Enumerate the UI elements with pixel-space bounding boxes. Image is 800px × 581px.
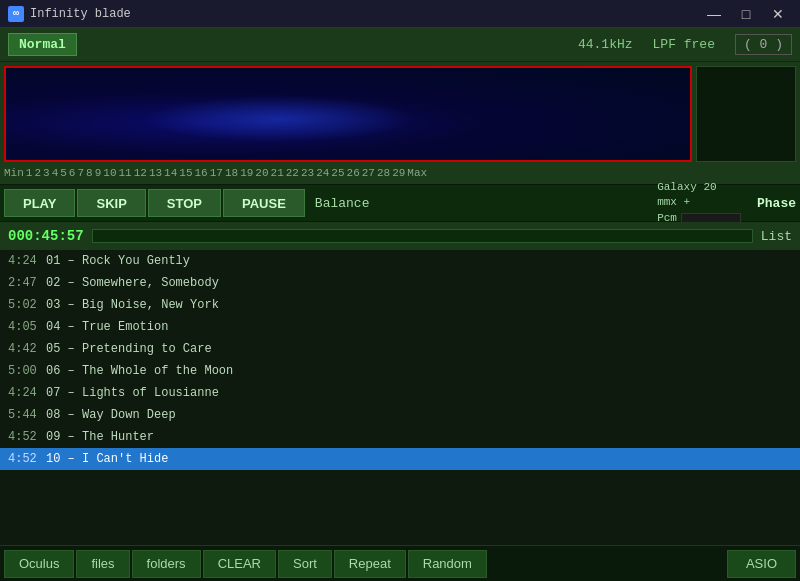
list-item[interactable]: 4:4205 – Pretending to Care [0, 338, 800, 360]
close-button[interactable]: ✕ [764, 4, 792, 24]
track-duration: 4:24 [8, 254, 40, 268]
scale-label: 1 [26, 167, 33, 179]
mode-badge[interactable]: Normal [8, 33, 77, 56]
visualizer-row [0, 62, 800, 162]
phase-label[interactable]: Phase [757, 196, 796, 211]
right-controls: Galaxy 20 mmx + Pcm Phase [657, 180, 796, 226]
progress-bar[interactable] [92, 229, 753, 243]
bottom-bar: Oculus files folders CLEAR Sort Repeat R… [0, 545, 800, 581]
maximize-button[interactable]: □ [732, 4, 760, 24]
controls-row: PLAY SKIP STOP PAUSE Balance Galaxy 20 m… [0, 184, 800, 222]
list-item[interactable]: 5:0203 – Big Noise, New York [0, 294, 800, 316]
track-duration: 5:44 [8, 408, 40, 422]
scale-label: 29 [392, 167, 405, 179]
scale-label: 2 [34, 167, 41, 179]
list-item[interactable]: 5:0006 – The Whole of the Moon [0, 360, 800, 382]
scale-label: 10 [103, 167, 116, 179]
repeat-button[interactable]: Repeat [334, 550, 406, 578]
track-title: 05 – Pretending to Care [46, 342, 212, 356]
scale-label: 26 [347, 167, 360, 179]
track-duration: 4:52 [8, 452, 40, 466]
scale-label: 5 [60, 167, 67, 179]
balance-label: Balance [315, 196, 370, 211]
list-item[interactable]: 4:0504 – True Emotion [0, 316, 800, 338]
track-duration: 4:52 [8, 430, 40, 444]
skip-button[interactable]: SKIP [77, 189, 145, 217]
scale-label: 8 [86, 167, 93, 179]
scale-label: 22 [286, 167, 299, 179]
vis-glow [143, 96, 417, 142]
scale-label: 12 [134, 167, 147, 179]
scale-label: Min [4, 167, 24, 179]
track-title: 07 – Lights of Lousianne [46, 386, 219, 400]
folders-button[interactable]: folders [132, 550, 201, 578]
track-title: 01 – Rock You Gently [46, 254, 190, 268]
playlist-container[interactable]: 4:2401 – Rock You Gently2:4702 – Somewhe… [0, 250, 800, 545]
scale-label: Max [407, 167, 427, 179]
scale-label: 20 [255, 167, 268, 179]
scale-label: 19 [240, 167, 253, 179]
scale-label: 7 [77, 167, 84, 179]
list-item[interactable]: 4:2407 – Lights of Lousianne [0, 382, 800, 404]
stop-button[interactable]: STOP [148, 189, 221, 217]
scale-label: 28 [377, 167, 390, 179]
window-controls: — □ ✕ [700, 4, 792, 24]
album-art [696, 66, 796, 162]
app-icon: ∞ [8, 6, 24, 22]
pause-button[interactable]: PAUSE [223, 189, 305, 217]
scale-label: 13 [149, 167, 162, 179]
track-title: 10 – I Can't Hide [46, 452, 168, 466]
track-duration: 4:05 [8, 320, 40, 334]
clear-button[interactable]: CLEAR [203, 550, 276, 578]
visualizer [4, 66, 692, 162]
top-bar: Normal 44.1kHz LPF free ( 0 ) [0, 28, 800, 62]
list-item[interactable]: 4:2401 – Rock You Gently [0, 250, 800, 272]
scale-label: 16 [195, 167, 208, 179]
list-item[interactable]: 5:4408 – Way Down Deep [0, 404, 800, 426]
track-duration: 4:42 [8, 342, 40, 356]
track-title: 02 – Somewhere, Somebody [46, 276, 219, 290]
scale-label: 14 [164, 167, 177, 179]
oculus-button[interactable]: Oculus [4, 550, 74, 578]
scale-label: 15 [179, 167, 192, 179]
list-item[interactable]: 2:4702 – Somewhere, Somebody [0, 272, 800, 294]
track-title: 08 – Way Down Deep [46, 408, 176, 422]
scale-label: 25 [331, 167, 344, 179]
scale-label: 17 [210, 167, 223, 179]
list-item[interactable]: 4:5210 – I Can't Hide [0, 448, 800, 470]
random-button[interactable]: Random [408, 550, 487, 578]
frequency-label: 44.1kHz [578, 37, 633, 52]
sort-button[interactable]: Sort [278, 550, 332, 578]
count-badge: ( 0 ) [735, 34, 792, 55]
scale-label: 21 [271, 167, 284, 179]
scale-label: 3 [43, 167, 50, 179]
scale-label: 24 [316, 167, 329, 179]
status-row: 000:45:57 List [0, 222, 800, 250]
list-item[interactable]: 4:5209 – The Hunter [0, 426, 800, 448]
scale-label: 6 [69, 167, 76, 179]
galaxy-line1: Galaxy 20 [657, 180, 741, 195]
track-duration: 2:47 [8, 276, 40, 290]
track-title: 09 – The Hunter [46, 430, 154, 444]
balance-area: Balance [315, 196, 370, 211]
minimize-button[interactable]: — [700, 4, 728, 24]
track-duration: 5:00 [8, 364, 40, 378]
asio-button[interactable]: ASIO [727, 550, 796, 578]
scale-label: 11 [119, 167, 132, 179]
scale-label: 27 [362, 167, 375, 179]
scale-label: 18 [225, 167, 238, 179]
files-button[interactable]: files [76, 550, 129, 578]
track-title: 06 – The Whole of the Moon [46, 364, 233, 378]
track-title: 04 – True Emotion [46, 320, 168, 334]
scale-label: 23 [301, 167, 314, 179]
time-display: 000:45:57 [8, 228, 84, 244]
main-content: Normal 44.1kHz LPF free ( 0 ) Min1234567… [0, 28, 800, 581]
scale-label: 4 [52, 167, 59, 179]
lpf-label: LPF free [653, 37, 715, 52]
list-button[interactable]: List [761, 229, 792, 244]
window-title: Infinity blade [30, 7, 700, 21]
track-title: 03 – Big Noise, New York [46, 298, 219, 312]
track-duration: 5:02 [8, 298, 40, 312]
play-button[interactable]: PLAY [4, 189, 75, 217]
title-bar: ∞ Infinity blade — □ ✕ [0, 0, 800, 28]
